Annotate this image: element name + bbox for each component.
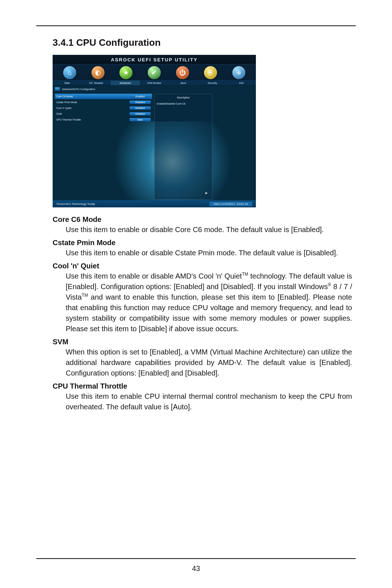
setting-value[interactable]: Enabled <box>130 112 151 115</box>
monitor-icon[interactable]: ✔ <box>148 66 161 79</box>
bios-iconbar: ⌂ ◐ ★ ✔ ⏻ ⛨ ⎆ <box>53 64 256 80</box>
bios-description-panel: Description Enable/Disabled Core C6 ➤ <box>154 94 212 200</box>
oc-icon[interactable]: ◐ <box>91 66 105 79</box>
item-desc-svm: When this option is set to [Enabled], a … <box>66 347 352 378</box>
setting-label: Core C6 Mode <box>56 95 73 98</box>
item-desc-cstate-pmin: Use this item to enable or disable Cstat… <box>66 248 352 258</box>
setting-label: Cstate Pmin Mode <box>56 101 77 104</box>
back-icon[interactable]: ← <box>55 87 60 91</box>
manual-page: 3.4.1 CPU Configuration ASROCK UEFI SETU… <box>0 0 392 412</box>
breadcrumb-text: Advanced\CPU Configuration <box>62 88 95 90</box>
description-text: Enable/Disabled Core C6 <box>157 102 185 105</box>
item-title-svm: SVM <box>53 338 352 346</box>
item-title-cpu-thermal: CPU Thermal Throttle <box>53 382 352 390</box>
tab-exit[interactable]: Exit <box>227 81 256 85</box>
footer-datetime: Wed 11/16/2011, 10:01:19 <box>209 202 252 206</box>
tab-octweaker[interactable]: OC Tweaker <box>82 81 111 85</box>
tab-boot[interactable]: Boot <box>169 81 198 85</box>
setting-label: Cool 'n' Quiet <box>56 107 72 109</box>
exit-icon[interactable]: ⎆ <box>232 66 245 79</box>
setting-value[interactable]: Enabled <box>130 95 151 98</box>
tab-main[interactable]: Main <box>53 81 82 85</box>
home-icon[interactable]: ⌂ <box>63 66 76 79</box>
setting-cool-n-quiet[interactable]: Cool 'n' Quiet Enabled <box>55 105 152 111</box>
item-desc-cool-n-quiet: Use this item to enable or disable AMD's… <box>66 271 352 334</box>
setting-label: CPU Thermal Throttle <box>56 118 81 121</box>
item-desc-core-c6: Use this item to enable or disable Core … <box>66 224 352 235</box>
security-icon[interactable]: ⛨ <box>204 66 217 79</box>
setting-core-c6-mode[interactable]: Core C6 Mode Enabled <box>55 94 152 99</box>
boot-icon[interactable]: ⏻ <box>176 66 189 79</box>
item-descriptions: Core C6 Mode Use this item to enable or … <box>53 215 352 412</box>
item-title-cstate-pmin: Cstate Pmin Mode <box>53 239 352 247</box>
section-title: 3.4.1 CPU Configuration <box>53 37 352 48</box>
tab-security[interactable]: Security <box>198 81 227 85</box>
description-heading: Description <box>157 96 210 99</box>
tab-hwmonitor[interactable]: H/W Monitor <box>140 81 169 85</box>
setting-value[interactable]: Disabled <box>130 101 151 104</box>
bios-title: ASROCK UEFI SETUP UTILITY <box>53 55 256 64</box>
bios-screenshot: ASROCK UEFI SETUP UTILITY ⌂ ◐ ★ ✔ ⏻ ⛨ ⎆ … <box>53 55 256 207</box>
bios-body: Core C6 Mode Enabled Cstate Pmin Mode Di… <box>53 92 256 201</box>
bios-settings-list: Core C6 Mode Enabled Cstate Pmin Mode Di… <box>53 92 154 201</box>
top-rule <box>36 25 356 26</box>
bottom-rule <box>36 558 356 559</box>
item-title-core-c6: Core C6 Mode <box>53 215 352 224</box>
setting-value[interactable]: Auto <box>130 118 151 121</box>
cursor-icon: ➤ <box>205 191 208 195</box>
item-desc-cpu-thermal: Use this item to enable CPU internal the… <box>66 391 352 412</box>
setting-cpu-thermal-throttle[interactable]: CPU Thermal Throttle Auto <box>55 117 152 122</box>
bios-breadcrumb: ← Advanced\CPU Configuration <box>53 86 256 92</box>
setting-svm[interactable]: SVM Enabled <box>55 111 152 117</box>
tab-advanced[interactable]: Advanced <box>111 81 140 85</box>
page-content: 3.4.1 CPU Configuration ASROCK UEFI SETU… <box>36 37 356 412</box>
setting-value[interactable]: Enabled <box>130 106 151 110</box>
footer-tagline: Tomorrow's Technology Today <box>56 202 95 206</box>
page-number: 43 <box>0 564 392 573</box>
bios-footer: Tomorrow's Technology Today Wed 11/16/20… <box>53 200 256 207</box>
setting-label: SVM <box>56 113 62 115</box>
setting-cstate-pmin[interactable]: Cstate Pmin Mode Disabled <box>55 100 152 105</box>
item-title-cool-n-quiet: Cool 'n' Quiet <box>53 262 352 270</box>
advanced-icon[interactable]: ★ <box>119 66 132 79</box>
bios-tabstrip: Main OC Tweaker Advanced H/W Monitor Boo… <box>53 80 256 86</box>
